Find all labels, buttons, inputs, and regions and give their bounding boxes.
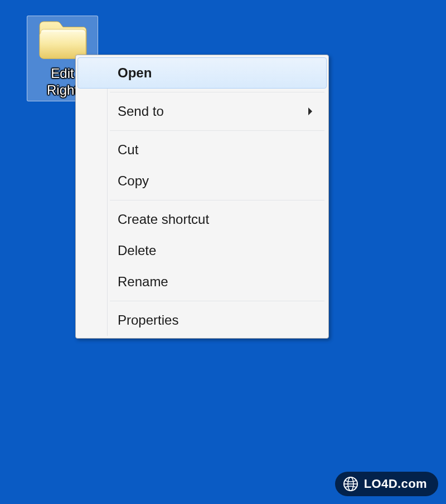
menu-item-label: Send to xyxy=(118,104,308,119)
context-menu: Open Send to Cut Copy xyxy=(75,55,329,339)
menu-separator xyxy=(110,130,324,131)
menu-item-open[interactable]: Open xyxy=(77,57,327,89)
menu-item-label: Properties xyxy=(118,312,317,328)
menu-item-copy[interactable]: Copy xyxy=(77,165,327,197)
menu-item-cut[interactable]: Cut xyxy=(77,134,327,165)
menu-item-label: Delete xyxy=(118,243,317,258)
menu-item-send-to[interactable]: Send to xyxy=(77,96,327,127)
globe-icon xyxy=(343,476,358,492)
chevron-right-icon xyxy=(308,107,313,116)
watermark-text: LO4D.com xyxy=(364,477,427,491)
menu-item-create-shortcut[interactable]: Create shortcut xyxy=(77,204,327,235)
menu-item-label: Open xyxy=(118,65,317,81)
menu-item-label: Cut xyxy=(118,142,317,158)
menu-item-label: Create shortcut xyxy=(118,212,317,227)
menu-item-label: Copy xyxy=(118,173,317,189)
menu-item-label: Rename xyxy=(118,274,317,290)
menu-item-properties[interactable]: Properties xyxy=(77,305,327,336)
menu-separator xyxy=(110,301,324,301)
menu-item-delete[interactable]: Delete xyxy=(77,235,327,266)
menu-item-rename[interactable]: Rename xyxy=(77,266,327,297)
watermark-badge: LO4D.com xyxy=(335,472,438,496)
menu-separator xyxy=(110,92,324,92)
menu-separator xyxy=(110,200,324,200)
